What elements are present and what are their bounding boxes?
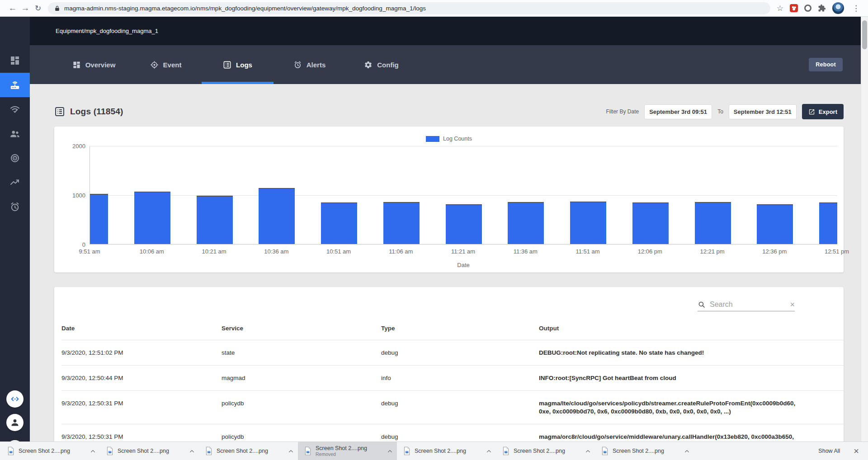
cell-date: 9/3/2020, 12:50:31 PM (61, 424, 222, 441)
tab-alerts[interactable]: Alerts (274, 45, 345, 84)
log-chart-card: Log Counts 2000 1000 0 9:51 am10:06 am10… (54, 127, 844, 272)
download-item[interactable]: Screen Shot 2....png (397, 442, 496, 460)
file-icon (502, 446, 509, 455)
export-button[interactable]: Export (802, 104, 844, 119)
gear-icon (364, 61, 373, 69)
sidebar-item-gateways[interactable] (0, 73, 30, 97)
chart-bar (757, 204, 793, 244)
sidebar-item-dashboard[interactable] (0, 48, 30, 73)
sidebar-item-access-points[interactable] (0, 146, 30, 170)
reboot-button[interactable]: Reboot (809, 58, 843, 71)
downloads-bar: Screen Shot 2....png Screen Shot 2....pn… (0, 441, 868, 460)
cell-type: debug (381, 340, 539, 365)
chart-x-tick-label: 12:21 pm (700, 248, 724, 255)
back-icon[interactable]: ← (6, 3, 19, 13)
grid-icon (72, 61, 81, 69)
chevron-up-icon[interactable] (683, 447, 691, 455)
chart-bar (134, 192, 170, 244)
extensions-puzzle-icon[interactable] (818, 4, 826, 12)
location-target-icon (150, 61, 159, 69)
tab-config[interactable]: Config (345, 45, 417, 84)
chevron-up-icon[interactable] (287, 447, 295, 455)
list-icon (223, 61, 231, 69)
show-all-button[interactable]: Show All (818, 448, 840, 454)
chevron-up-icon[interactable] (89, 447, 97, 455)
download-filename: Screen Shot 2....png (514, 448, 580, 454)
table-row[interactable]: 9/3/2020, 12:50:31 PM policydb debug mag… (61, 391, 844, 424)
chart-bar (259, 188, 295, 244)
export-icon (808, 108, 815, 115)
forward-icon[interactable]: → (19, 3, 32, 13)
page-scrollbar[interactable] (861, 17, 868, 441)
browser-toolbar: ← → ↻ magma-admin.nms-staging.magma.etag… (0, 0, 868, 17)
table-row[interactable]: 9/3/2020, 12:50:44 PM magmad info INFO:r… (61, 366, 844, 391)
download-item[interactable]: Screen Shot 2....png (100, 442, 199, 460)
sidebar (0, 17, 30, 460)
extension-icon-red[interactable] (790, 4, 798, 12)
download-item[interactable]: Screen Shot 2....png (199, 442, 298, 460)
search-input[interactable] (710, 300, 786, 309)
reload-icon[interactable]: ↻ (32, 4, 44, 13)
tab-label: Event (163, 61, 182, 69)
tab-label: Overview (85, 61, 116, 69)
file-icon (106, 446, 113, 455)
profile-avatar[interactable] (832, 2, 844, 14)
sidebar-item-subscribers[interactable] (0, 122, 30, 146)
chart-x-tick-label: 10:51 am (326, 248, 351, 255)
file-icon (403, 446, 410, 455)
tab-label: Logs (236, 61, 252, 69)
legend-label: Log Counts (443, 136, 472, 142)
cell-output: magma/orc8r/cloud/go/service/middleware/… (539, 424, 810, 441)
cell-service: policydb (222, 391, 381, 416)
breadcrumb: Equipment/mpk_dogfooding_magma_1 (56, 28, 158, 34)
account-button[interactable] (6, 414, 24, 431)
downloads-items: Screen Shot 2....png Screen Shot 2....pn… (1, 442, 694, 460)
target-icon (9, 153, 20, 164)
chart-x-tick-label: 12:06 pm (638, 248, 662, 255)
log-table-body: 9/3/2020, 12:51:02 PM state debug DEBUG:… (61, 340, 844, 441)
date-from-input[interactable] (644, 104, 712, 119)
cell-service: state (222, 340, 381, 365)
cell-date: 9/3/2020, 12:51:02 PM (61, 340, 222, 365)
chart-bar (695, 202, 731, 244)
app-header: Equipment/mpk_dogfooding_magma_1 (30, 17, 868, 45)
download-filename: Screen Shot 2....png (19, 448, 85, 454)
code-toggle-button[interactable] (6, 390, 24, 408)
log-table-card: × Date Service Type Output 9/3/2020, 12:… (54, 287, 844, 441)
sidebar-item-network[interactable] (0, 97, 30, 122)
tab-event[interactable]: Event (130, 45, 202, 84)
browser-menu-icon[interactable]: ⋮ (850, 4, 862, 13)
download-status: Removed (316, 451, 382, 457)
table-row[interactable]: 9/3/2020, 12:50:31 PM policydb debug mag… (61, 424, 844, 441)
download-item[interactable]: Screen Shot 2....png Removed (298, 442, 397, 460)
chevron-up-icon[interactable] (188, 447, 196, 455)
chart-x-tick-label: 9:51 am (79, 248, 100, 255)
y-tick-label: 2000 (72, 143, 85, 150)
download-filename: Screen Shot 2....png (217, 448, 283, 454)
tab-overview[interactable]: Overview (58, 45, 130, 84)
download-item[interactable]: Screen Shot 2....png (496, 442, 595, 460)
date-to-input[interactable] (729, 104, 797, 119)
download-filename: Screen Shot 2....png (118, 448, 184, 454)
clear-search-icon[interactable]: × (790, 300, 795, 309)
extension-icon-circle[interactable] (804, 5, 811, 12)
address-bar[interactable]: magma-admin.nms-staging.magma.etagecom.i… (48, 2, 770, 14)
bookmark-star-icon[interactable]: ☆ (777, 4, 783, 13)
chevron-up-icon[interactable] (386, 447, 394, 455)
page-title: Logs (11854) (70, 107, 123, 117)
chevron-up-icon[interactable] (485, 447, 493, 455)
to-label: To (717, 108, 723, 115)
sidebar-item-metrics[interactable] (0, 170, 30, 195)
table-row[interactable]: 9/3/2020, 12:51:02 PM state debug DEBUG:… (61, 340, 844, 366)
download-item[interactable]: Screen Shot 2....png (1, 442, 100, 460)
download-item[interactable]: Screen Shot 2....png (595, 442, 694, 460)
cell-service: policydb (222, 424, 381, 441)
sidebar-item-timers[interactable] (0, 195, 30, 219)
cell-date: 9/3/2020, 12:50:31 PM (61, 391, 222, 416)
tab-logs[interactable]: Logs (202, 45, 274, 84)
scrollbar-thumb[interactable] (862, 20, 867, 49)
column-header-output: Output (539, 316, 844, 340)
cell-type: debug (381, 424, 539, 441)
close-downloads-icon[interactable]: × (854, 446, 859, 455)
chevron-up-icon[interactable] (584, 447, 592, 455)
